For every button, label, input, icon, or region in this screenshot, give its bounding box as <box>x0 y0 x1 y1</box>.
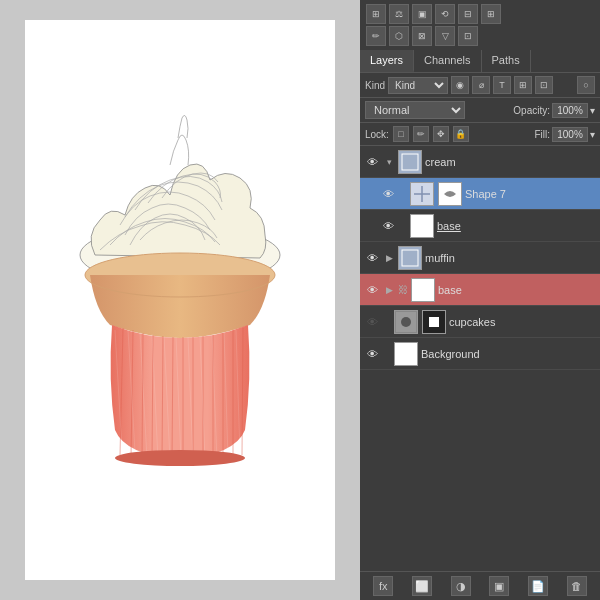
icon-6[interactable]: ⊞ <box>481 4 501 24</box>
adj-button[interactable]: ◑ <box>451 576 471 596</box>
opacity-label: Opacity: <box>513 105 550 116</box>
svg-rect-35 <box>413 280 433 300</box>
expand-muffin[interactable]: ▶ <box>383 252 395 264</box>
svg-rect-33 <box>412 216 432 236</box>
chain-icon-base2: ⛓ <box>398 284 408 295</box>
icon-7[interactable]: ✏ <box>366 26 386 46</box>
svg-point-37 <box>401 317 411 327</box>
fx-button[interactable]: fx <box>373 576 393 596</box>
thumb-muffin <box>398 246 422 270</box>
eye-icon-base[interactable]: 👁 <box>380 218 396 234</box>
svg-point-26 <box>115 450 245 466</box>
filter-icon-4[interactable]: ⊞ <box>514 76 532 94</box>
eye-icon-base2[interactable]: 👁 <box>364 282 380 298</box>
layer-item-shape7[interactable]: 👁 Shape 7 <box>360 178 600 210</box>
icon-8[interactable]: ⬡ <box>389 26 409 46</box>
icon-4[interactable]: ⟲ <box>435 4 455 24</box>
right-panel: ⊞ ⚖ ▣ ⟲ ⊟ ⊞ ✏ ⬡ ⊠ ▽ ⊡ Layers Channels Pa… <box>360 0 600 600</box>
icon-9[interactable]: ⊠ <box>412 26 432 46</box>
opacity-arrow[interactable]: ▾ <box>590 105 595 116</box>
cupcake-image <box>40 70 320 530</box>
icon-5[interactable]: ⊟ <box>458 4 478 24</box>
layer-item-base[interactable]: 👁 base <box>360 210 600 242</box>
eye-icon-muffin[interactable]: 👁 <box>364 250 380 266</box>
tab-channels[interactable]: Channels <box>414 50 481 72</box>
thumb-cupcakes-white <box>422 310 446 334</box>
blend-mode-select[interactable]: Normal <box>365 101 465 119</box>
layer-name-cream: cream <box>425 156 596 168</box>
lock-all[interactable]: 🔒 <box>453 126 469 142</box>
layer-item-muffin[interactable]: 👁 ▶ muffin <box>360 242 600 274</box>
icon-3[interactable]: ▣ <box>412 4 432 24</box>
opacity-group: Opacity: ▾ <box>513 103 595 118</box>
filter-icon-5[interactable]: ⊡ <box>535 76 553 94</box>
expand-base <box>399 220 407 232</box>
expand-cupcakes <box>383 316 391 328</box>
expand-cream[interactable]: ▾ <box>383 156 395 168</box>
thumb-background <box>394 342 418 366</box>
lock-row: Lock: □ ✏ ✥ 🔒 Fill: ▾ <box>360 123 600 146</box>
fill-arrow[interactable]: ▾ <box>590 129 595 140</box>
thumb-shape7-content <box>438 182 462 206</box>
eye-icon-background[interactable]: 👁 <box>364 346 380 362</box>
tabs-bar: Layers Channels Paths <box>360 50 600 73</box>
layer-name-cupcakes: cupcakes <box>449 316 596 328</box>
bottom-toolbar: fx ⬜ ◑ ▣ 📄 🗑 <box>360 571 600 600</box>
icon-2[interactable]: ⚖ <box>389 4 409 24</box>
svg-rect-34 <box>402 250 418 266</box>
layer-name-background: Background <box>421 348 596 360</box>
layer-item-cupcakes[interactable]: 👁 cupcakes <box>360 306 600 338</box>
icon-1[interactable]: ⊞ <box>366 4 386 24</box>
lock-checkbox[interactable]: □ <box>393 126 409 142</box>
icon-10[interactable]: ▽ <box>435 26 455 46</box>
thumb-cream <box>398 150 422 174</box>
opacity-input[interactable] <box>552 103 588 118</box>
fill-input[interactable] <box>552 127 588 142</box>
thumb-shape7-mask <box>410 182 434 206</box>
expand-background <box>383 348 391 360</box>
canvas-white <box>25 20 335 580</box>
blend-mode-row: Normal Opacity: ▾ <box>360 98 600 123</box>
lock-brush[interactable]: ✏ <box>413 126 429 142</box>
toolbar-top: ⊞ ⚖ ▣ ⟲ ⊟ ⊞ ✏ ⬡ ⊠ ▽ ⊡ <box>360 0 600 50</box>
svg-rect-28 <box>402 154 418 170</box>
delete-button[interactable]: 🗑 <box>567 576 587 596</box>
filter-icon-3[interactable]: T <box>493 76 511 94</box>
icon-11[interactable]: ⊡ <box>458 26 478 46</box>
eye-icon-cupcakes[interactable]: 👁 <box>364 314 380 330</box>
filter-icon-2[interactable]: ⌀ <box>472 76 490 94</box>
toolbar-row-2: ✏ ⬡ ⊠ ▽ ⊡ <box>366 26 594 46</box>
filter-icon-1[interactable]: ◉ <box>451 76 469 94</box>
new-layer-button[interactable]: 📄 <box>528 576 548 596</box>
canvas-area <box>0 0 360 600</box>
layers-list: 👁 ▾ cream 👁 <box>360 146 600 571</box>
svg-rect-39 <box>429 317 439 327</box>
tab-paths[interactable]: Paths <box>482 50 531 72</box>
lock-move[interactable]: ✥ <box>433 126 449 142</box>
layer-name-muffin: muffin <box>425 252 596 264</box>
filter-label: Kind <box>365 80 385 91</box>
lock-label: Lock: <box>365 129 389 140</box>
layer-name-base: base <box>437 220 596 232</box>
thumb-cupcakes-icon <box>394 310 418 334</box>
svg-rect-40 <box>396 344 416 364</box>
thumb-base <box>410 214 434 238</box>
layer-name-shape7: Shape 7 <box>465 188 596 200</box>
fill-label: Fill: <box>534 129 550 140</box>
expand-shape7 <box>399 188 407 200</box>
thumb-base2 <box>411 278 435 302</box>
expand-base2[interactable]: ▶ <box>383 284 395 296</box>
layer-item-base2[interactable]: 👁 ▶ ⛓ base <box>360 274 600 306</box>
fill-group: Fill: ▾ <box>534 127 595 142</box>
eye-icon-cream[interactable]: 👁 <box>364 154 380 170</box>
eye-icon-shape7[interactable]: 👁 <box>380 186 396 202</box>
filter-row: Kind Kind ◉ ⌀ T ⊞ ⊡ ○ <box>360 73 600 98</box>
filter-select[interactable]: Kind <box>388 77 448 94</box>
mask-button[interactable]: ⬜ <box>412 576 432 596</box>
filter-icon-6[interactable]: ○ <box>577 76 595 94</box>
layer-item-cream[interactable]: 👁 ▾ cream <box>360 146 600 178</box>
group-button[interactable]: ▣ <box>489 576 509 596</box>
tab-layers[interactable]: Layers <box>360 50 414 72</box>
layer-item-background[interactable]: 👁 Background <box>360 338 600 370</box>
toolbar-row-1: ⊞ ⚖ ▣ ⟲ ⊟ ⊞ <box>366 4 594 24</box>
